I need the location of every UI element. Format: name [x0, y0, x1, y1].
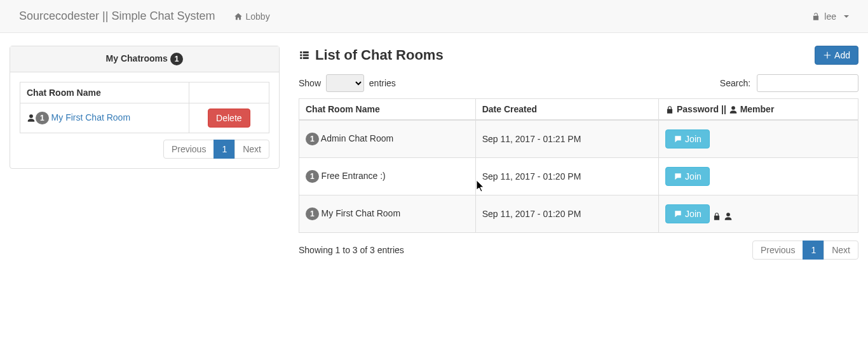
home-icon	[234, 12, 243, 21]
join-label: Join	[685, 209, 702, 219]
main-pag-next[interactable]: Next	[824, 241, 858, 260]
navbar: Sourcecodester || Simple Chat System Lob…	[0, 0, 868, 33]
join-label: Join	[685, 134, 702, 144]
room-name: Admin Chat Room	[321, 133, 393, 143]
room-date: Sep 11, 2017 - 01:20 PM	[475, 158, 658, 195]
member-badge: 1	[36, 112, 49, 124]
room-row: 1 Free Entrance :) Sep 11, 2017 - 01:20 …	[299, 158, 858, 195]
nav-lobby-label: Lobby	[245, 11, 269, 22]
comment-icon	[674, 209, 682, 218]
room-date: Sep 11, 2017 - 01:20 PM	[475, 195, 658, 233]
room-link[interactable]: My First Chat Room	[51, 112, 130, 122]
main-pag-1[interactable]: 1	[803, 241, 824, 260]
join-button[interactable]: Join	[665, 167, 710, 186]
user-menu[interactable]: lee	[802, 2, 858, 31]
comment-icon	[674, 172, 682, 181]
entries-length: Show entries	[299, 74, 396, 92]
nav-lobby[interactable]: Lobby	[224, 2, 279, 31]
my-pag-prev[interactable]: Previous	[163, 140, 214, 159]
list-icon	[299, 50, 310, 61]
join-label: Join	[685, 171, 702, 182]
main-pag-prev[interactable]: Previous	[752, 241, 803, 260]
page-title: List of Chat Rooms	[299, 47, 444, 63]
my-pagination: Previous 1 Next	[20, 140, 269, 159]
member-badge: 1	[306, 208, 319, 220]
th-member-text: Member	[740, 104, 775, 114]
my-chatrooms-heading: My Chatrooms 1	[10, 46, 279, 72]
entries-select[interactable]	[326, 74, 364, 92]
add-button[interactable]: Add	[815, 46, 858, 65]
main-pagination: Previous 1 Next	[753, 241, 858, 260]
room-name: Free Entrance :)	[322, 171, 386, 181]
rooms-table: Chat Room Name Date Created Password || …	[299, 98, 858, 233]
add-button-label: Add	[834, 50, 850, 60]
room-row: 1 Admin Chat Room Sep 11, 2017 - 01:21 P…	[299, 120, 858, 158]
caret-icon	[844, 15, 849, 18]
my-table-header-action	[189, 82, 269, 103]
my-chatrooms-count: 1	[170, 53, 184, 65]
entries-label: entries	[369, 78, 396, 88]
my-pag-1[interactable]: 1	[214, 140, 235, 159]
th-date[interactable]: Date Created	[475, 99, 658, 121]
th-pw-text: Password ||	[677, 104, 729, 114]
th-name[interactable]: Chat Room Name	[299, 99, 476, 121]
th-pwmember[interactable]: Password || Member	[659, 99, 858, 121]
user-icon	[729, 105, 738, 114]
my-table-header-name: Chat Room Name	[20, 82, 189, 103]
member-badge: 1	[306, 170, 319, 183]
room-row: 1 My First Chat Room Sep 11, 2017 - 01:2…	[299, 195, 858, 233]
room-name: My First Chat Room	[322, 208, 400, 218]
unlock-icon	[811, 12, 820, 21]
username-label: lee	[824, 11, 836, 22]
join-button[interactable]: Join	[665, 204, 710, 223]
lock-icon	[712, 212, 721, 221]
my-room-row: 1 My First Chat Room Delete	[20, 103, 269, 133]
comment-icon	[674, 135, 682, 143]
join-button[interactable]: Join	[665, 129, 710, 148]
table-info: Showing 1 to 3 of 3 entries	[299, 245, 404, 255]
user-icon	[27, 114, 36, 122]
lock-icon	[665, 105, 674, 114]
plus-icon	[823, 51, 832, 60]
delete-button[interactable]: Delete	[208, 109, 250, 128]
my-pag-next[interactable]: Next	[234, 140, 269, 159]
show-label: Show	[299, 78, 321, 88]
search-input[interactable]	[757, 74, 858, 92]
search-wrapper: Search:	[720, 74, 858, 92]
my-chatrooms-title: My Chatrooms	[106, 53, 168, 63]
room-date: Sep 11, 2017 - 01:21 PM	[475, 120, 658, 158]
member-badge: 1	[306, 133, 319, 145]
my-chatrooms-panel: My Chatrooms 1 Chat Room Name 1 My First…	[10, 46, 280, 169]
search-label: Search:	[720, 78, 750, 88]
my-chatrooms-table: Chat Room Name 1 My First Chat Room Dele…	[20, 82, 269, 133]
page-title-text: List of Chat Rooms	[315, 47, 444, 63]
user-icon	[724, 212, 733, 221]
brand-link[interactable]: Sourcecodester || Simple Chat System	[10, 0, 224, 32]
